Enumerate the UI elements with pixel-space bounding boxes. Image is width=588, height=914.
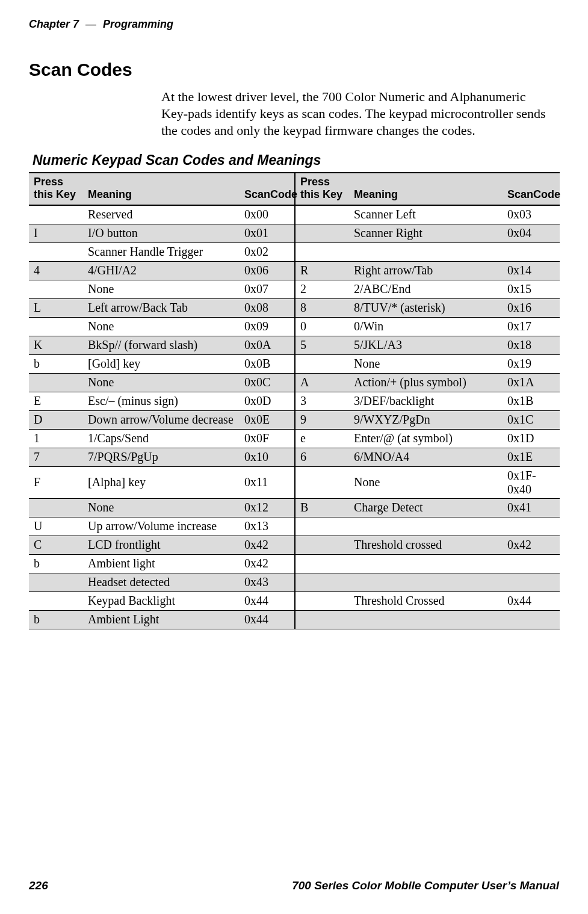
table-cell: 0x13 [240, 517, 295, 536]
table-cell: 0x0F [240, 429, 295, 448]
table-cell [349, 610, 503, 629]
table-cell [503, 573, 560, 591]
table-cell [295, 205, 349, 224]
table-cell: Scanner Right [349, 224, 503, 242]
table-cell: 0/Win [349, 317, 503, 336]
table-cell: Ambient Light [83, 610, 240, 629]
table-cell: Ambient light [83, 554, 240, 573]
table-cell: 0x1E [503, 448, 560, 466]
header-separator: — [85, 18, 96, 30]
table-cell: 0x11 [240, 466, 295, 498]
table-cell: 0x42 [503, 536, 560, 554]
table-cell: I/O button [83, 224, 240, 242]
table-cell [503, 554, 560, 573]
table-cell: 0x1C [503, 410, 560, 429]
col-press-key-left: Press this Key [29, 173, 83, 205]
table-cell: b [29, 554, 83, 573]
table-cell: Reserved [83, 205, 240, 224]
table-cell: Charge Detect [349, 498, 503, 517]
col-meaning-right: Meaning [349, 173, 503, 205]
col-meaning-left: Meaning [83, 173, 240, 205]
table-cell: Esc/– (minus sign) [83, 392, 240, 410]
table-cell: I [29, 224, 83, 242]
table-cell [295, 610, 349, 629]
table-cell: 0x12 [240, 498, 295, 517]
table-cell: b [29, 610, 83, 629]
table-cell: Threshold crossed [349, 536, 503, 554]
table-cell: Threshold Crossed [349, 591, 503, 610]
table-cell: 0x14 [503, 261, 560, 280]
table-cell: 9 [295, 410, 349, 429]
table-cell: 0x0B [240, 354, 295, 373]
table-row: Keypad Backlight0x44Threshold Crossed0x4… [29, 591, 560, 610]
table-cell: None [83, 373, 240, 392]
col-press-key-right: Press this Key [295, 173, 349, 205]
table-cell: U [29, 517, 83, 536]
table-cell: 0x01 [240, 224, 295, 242]
table-cell: 0x07 [240, 280, 295, 298]
table-cell [29, 591, 83, 610]
table-cell: Scanner Handle Trigger [83, 242, 240, 261]
table-cell: R [295, 261, 349, 280]
table-cell [503, 517, 560, 536]
table-cell: [Gold] key [83, 354, 240, 373]
table-cell: None [83, 498, 240, 517]
header-title: Programming [103, 18, 173, 30]
table-cell: 8/TUV/* (asterisk) [349, 298, 503, 317]
table-cell [29, 242, 83, 261]
manual-title: 700 Series Color Mobile Computer User’s … [292, 879, 559, 892]
table-cell: 2/ABC/End [349, 280, 503, 298]
table-title: Numeric Keypad Scan Codes and Meanings [32, 152, 559, 168]
table-cell: LCD frontlight [83, 536, 240, 554]
table-cell: 5 [295, 336, 349, 354]
table-row: 11/Caps/Send0x0FeEnter/@ (at symbol)0x1D [29, 429, 560, 448]
table-cell: 0x10 [240, 448, 295, 466]
col-scancode-left: ScanCode [240, 173, 295, 205]
table-row: UUp arrow/Volume increase0x13 [29, 517, 560, 536]
table-cell: Headset detected [83, 573, 240, 591]
table-cell: 0x44 [240, 591, 295, 610]
table-cell: 0x03 [503, 205, 560, 224]
table-cell [295, 224, 349, 242]
table-cell: 0x42 [240, 554, 295, 573]
running-header: Chapter 7 — Programming [29, 18, 559, 31]
table-cell: Up arrow/Volume increase [83, 517, 240, 536]
table-cell [503, 242, 560, 261]
table-cell: B [295, 498, 349, 517]
body-paragraph: At the lowest driver level, the 700 Colo… [161, 88, 554, 139]
table-cell: 0x42 [240, 536, 295, 554]
table-cell: None [83, 317, 240, 336]
table-row: Scanner Handle Trigger0x02 [29, 242, 560, 261]
table-row: EEsc/– (minus sign)0x0D33/DEF/backlight0… [29, 392, 560, 410]
table-cell: b [29, 354, 83, 373]
page-number: 226 [29, 879, 48, 892]
table-cell: K [29, 336, 83, 354]
table-cell [295, 573, 349, 591]
table-cell: 8 [295, 298, 349, 317]
table-cell: 0x41 [503, 498, 560, 517]
table-cell [503, 610, 560, 629]
scan-codes-table: Press this Key Meaning ScanCode Press th… [29, 172, 560, 629]
table-cell: 0x18 [503, 336, 560, 354]
table-cell: 2 [295, 280, 349, 298]
table-cell: 0x43 [240, 573, 295, 591]
table-cell: 0x04 [503, 224, 560, 242]
section-heading: Scan Codes [29, 60, 559, 80]
table-cell: 1 [29, 429, 83, 448]
table-cell: 3/DEF/backlight [349, 392, 503, 410]
table-cell: [Alpha] key [83, 466, 240, 498]
table-cell: E [29, 392, 83, 410]
table-row: 44/GHI/A20x06RRight arrow/Tab0x14 [29, 261, 560, 280]
table-cell: 0x06 [240, 261, 295, 280]
table-cell: 0x0A [240, 336, 295, 354]
table-cell: 3 [295, 392, 349, 410]
table-cell: 7/PQRS/PgUp [83, 448, 240, 466]
table-cell [29, 280, 83, 298]
table-cell: 0x44 [503, 591, 560, 610]
table-cell [295, 591, 349, 610]
table-row: None0x12BCharge Detect0x41 [29, 498, 560, 517]
table-cell [349, 242, 503, 261]
table-cell: 0x1F-0x40 [503, 466, 560, 498]
table-cell: F [29, 466, 83, 498]
table-cell: Left arrow/Back Tab [83, 298, 240, 317]
